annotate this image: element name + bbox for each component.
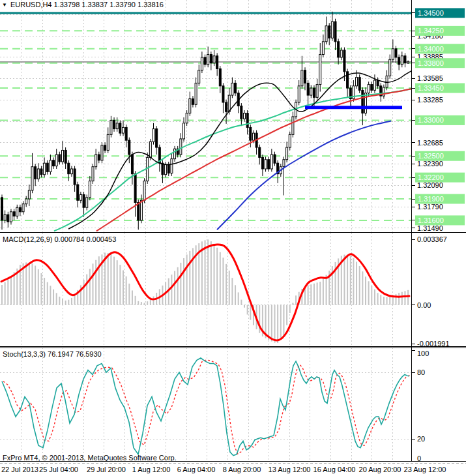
candle xyxy=(231,83,233,95)
candle xyxy=(44,163,46,175)
candle xyxy=(119,123,121,133)
time-label: 20 Aug 20:00 xyxy=(359,466,401,473)
candle xyxy=(16,207,18,216)
candle xyxy=(104,145,106,151)
price-tick-label: 1.33285 xyxy=(417,96,443,104)
candle xyxy=(286,147,288,160)
candle xyxy=(368,85,370,93)
candle xyxy=(301,70,303,86)
candle xyxy=(259,147,261,157)
candle xyxy=(40,169,42,175)
candle xyxy=(235,83,237,93)
candle xyxy=(343,50,345,72)
price-level-label: 1.31900 xyxy=(418,195,444,203)
candle xyxy=(240,106,242,119)
candle xyxy=(74,169,76,185)
candle xyxy=(62,150,64,162)
candle xyxy=(356,78,358,86)
indicator-tick-label: -0.001991 xyxy=(417,340,450,348)
candle xyxy=(1,198,3,220)
macd-indicator-title: MACD(12,26,9) 0.000784 0.000453 xyxy=(3,235,116,244)
candle xyxy=(183,123,185,139)
candle xyxy=(283,160,285,167)
price-level-label: 1.33000 xyxy=(418,116,444,124)
price-level-label: 1.34000 xyxy=(418,45,444,53)
indicator-tick-label: 80 xyxy=(417,368,425,376)
candle xyxy=(19,207,21,212)
candle xyxy=(358,78,360,91)
candle xyxy=(174,149,176,158)
candle xyxy=(22,204,24,212)
candle xyxy=(371,85,373,91)
candle xyxy=(55,155,57,166)
candle xyxy=(68,163,70,173)
candle xyxy=(143,181,145,201)
candle xyxy=(377,80,379,86)
candle xyxy=(389,59,391,76)
candle xyxy=(310,88,312,95)
chart-title: ▼EURUSD,H4 1.33798 1.33837 1.33790 1.338… xyxy=(2,1,164,9)
price-tick-label: 1.31490 xyxy=(417,224,443,232)
candle xyxy=(28,190,30,199)
candle xyxy=(138,203,139,220)
copyright-text: FxPro MT4, © 2001-2013, MetaQuotes Softw… xyxy=(3,454,177,462)
candle xyxy=(92,167,94,181)
candle xyxy=(407,62,409,63)
candle xyxy=(404,56,406,63)
price-level-label: 1.34500 xyxy=(418,9,444,17)
candle xyxy=(89,181,91,198)
price-level-label: 1.32500 xyxy=(418,152,444,160)
candle xyxy=(83,194,85,207)
candle xyxy=(95,155,97,167)
candle xyxy=(140,200,142,220)
candle xyxy=(70,169,72,174)
candle xyxy=(304,70,306,83)
candle xyxy=(401,56,403,65)
price-level-label: 1.33450 xyxy=(418,84,444,92)
candle xyxy=(46,163,48,171)
candle xyxy=(80,194,81,200)
candle xyxy=(50,160,51,172)
candle xyxy=(244,113,246,119)
price-tick-label: 1.31790 xyxy=(417,203,443,211)
candle xyxy=(171,159,173,173)
candle xyxy=(156,129,158,148)
candle xyxy=(265,160,267,169)
price-tick-label: 1.32390 xyxy=(417,160,443,168)
candle xyxy=(261,157,263,169)
candle xyxy=(7,215,9,222)
stoch-indicator-title: Stoch(13,3,3) 76.1947 76.5930 xyxy=(3,350,102,359)
candle xyxy=(110,120,112,134)
time-label: 16 Aug 04:00 xyxy=(313,466,356,473)
candle xyxy=(395,49,397,57)
time-label: 22 Jul 2013 xyxy=(1,466,38,473)
time-axis-labels[interactable]: 22 Jul 201325 Jul 04:0029 Jul 20:001 Aug… xyxy=(1,466,446,473)
candle xyxy=(331,22,333,38)
candle xyxy=(198,70,200,83)
candle xyxy=(123,127,124,133)
candle xyxy=(107,134,109,150)
candle xyxy=(319,55,321,85)
candle xyxy=(398,57,400,65)
candle xyxy=(362,90,364,113)
symbol-dropdown-icon[interactable]: ▼ xyxy=(2,2,7,8)
candle xyxy=(162,163,164,175)
candle xyxy=(392,49,394,59)
price-tick-label: 1.32090 xyxy=(417,181,443,189)
candle xyxy=(131,155,133,174)
candle xyxy=(101,145,103,160)
candle xyxy=(189,99,191,113)
candle xyxy=(365,93,367,113)
candle xyxy=(307,83,309,95)
candle xyxy=(192,99,194,105)
candle xyxy=(186,113,188,123)
candle xyxy=(165,164,167,174)
candle xyxy=(386,76,388,87)
candle xyxy=(77,185,79,200)
price-level-label: 1.34250 xyxy=(418,27,444,35)
time-label: 25 Jul 04:00 xyxy=(39,466,78,473)
candle xyxy=(59,155,61,162)
candle xyxy=(134,174,136,203)
time-label: 1 Aug 12:00 xyxy=(132,466,171,473)
candle xyxy=(250,127,252,140)
